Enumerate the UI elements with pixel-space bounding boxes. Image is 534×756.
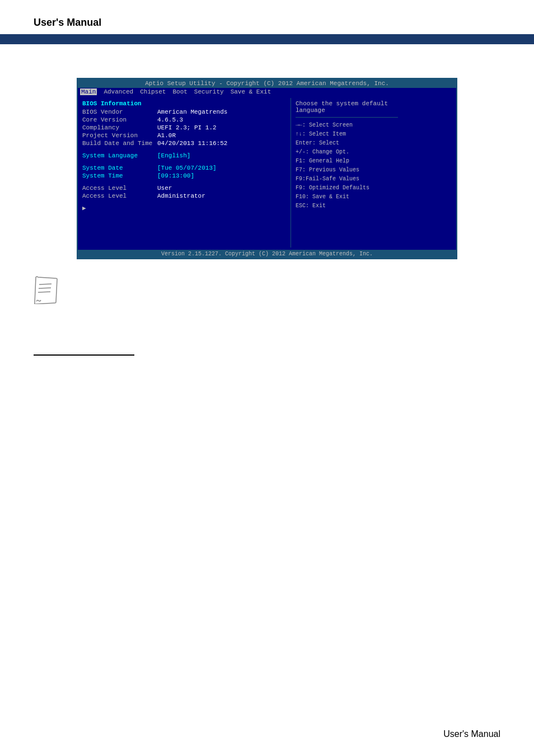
- bios-key-esc: ESC: Exit: [296, 202, 398, 211]
- bios-menu-boot[interactable]: Boot: [172, 88, 187, 95]
- bios-footer: Version 2.15.1227. Copyright (C) 2012 Am…: [78, 250, 456, 258]
- bios-access2-label: Access Level: [82, 193, 155, 199]
- bios-compliancy-label: Compliancy: [82, 124, 155, 131]
- bios-project-label: Project Version: [82, 132, 155, 139]
- bios-menu-chipset[interactable]: Chipset: [140, 88, 166, 95]
- bios-row-syslang[interactable]: System Language [English]: [82, 152, 286, 160]
- bios-menu-bar: Main Advanced Chipset Boot Security Save…: [78, 88, 456, 96]
- bottom-line: [34, 354, 134, 356]
- bios-compliancy-value: UEFI 2.3; PI 1.2: [157, 124, 217, 131]
- bios-right-panel: Choose the system default language →←: S…: [291, 98, 402, 248]
- bios-menu-save-exit[interactable]: Save & Exit: [231, 88, 271, 95]
- bios-menu-main[interactable]: Main: [80, 88, 97, 95]
- bios-systime-label: System Time: [82, 172, 155, 179]
- bios-arrow: ▶: [82, 204, 286, 212]
- note-icon: [34, 276, 62, 304]
- bios-row-systime[interactable]: System Time [09:13:00]: [82, 172, 286, 180]
- bios-project-value: A1.0R: [157, 132, 176, 139]
- bios-row-access1: Access Level User: [82, 184, 286, 192]
- bios-body: BIOS Information BIOS Vendor American Me…: [78, 96, 456, 250]
- bios-menu-advanced[interactable]: Advanced: [104, 88, 133, 95]
- bios-left-panel: BIOS Information BIOS Vendor American Me…: [78, 98, 291, 248]
- bios-menu-security[interactable]: Security: [194, 88, 224, 95]
- bios-row-builddate: Build Date and Time 04/20/2013 11:16:52: [82, 139, 286, 147]
- page-header: User's Manual: [0, 0, 534, 34]
- bios-key-select-screen: →←: Select Screen: [296, 121, 398, 130]
- content-area: Aptio Setup Utility - Copyright (C) 2012…: [0, 44, 534, 321]
- bios-section-title: BIOS Information: [82, 100, 286, 107]
- bios-row-sysdate[interactable]: System Date [Tue 05/07/2013]: [82, 164, 286, 172]
- bios-key-change-opt: +/-: Change Opt.: [296, 148, 398, 157]
- svg-line-2: [38, 292, 50, 292]
- bios-row-vendor: BIOS Vendor American Megatrends: [82, 108, 286, 116]
- bios-core-value: 4.6.5.3: [157, 116, 183, 123]
- bios-sysdate-value: [Tue 05/07/2013]: [157, 165, 217, 171]
- bios-key-f1: F1: General Help: [296, 157, 398, 166]
- bios-key-f9-failsafe: F9:Fail-Safe Values: [296, 175, 398, 184]
- bios-keys-section: →←: Select Screen ↑↓: Select Item Enter:…: [296, 117, 398, 211]
- bios-syslang-value: [English]: [157, 152, 190, 159]
- bios-key-enter: Enter: Select: [296, 139, 398, 148]
- page-footer: User's Manual: [443, 729, 500, 739]
- bios-syslang-label: System Language: [82, 152, 155, 159]
- bios-screen: Aptio Setup Utility - Copyright (C) 2012…: [77, 78, 457, 259]
- bios-key-select-item: ↑↓: Select Item: [296, 130, 398, 139]
- bios-builddate-value: 04/20/2013 11:16:52: [157, 140, 227, 147]
- bios-row-access2: Access Level Administrator: [82, 192, 286, 200]
- bios-vendor-label: BIOS Vendor: [82, 109, 155, 115]
- blue-bar: [0, 34, 534, 44]
- bios-core-label: Core Version: [82, 116, 155, 123]
- svg-line-1: [39, 288, 51, 288]
- svg-line-0: [39, 284, 51, 284]
- bios-row-compliancy: Compliancy UEFI 2.3; PI 1.2: [82, 124, 286, 132]
- bios-builddate-label: Build Date and Time: [82, 140, 155, 147]
- bios-access1-value: User: [157, 185, 172, 192]
- bios-row-project: Project Version A1.0R: [82, 132, 286, 139]
- bios-key-f10: F10: Save & Exit: [296, 193, 398, 202]
- bios-key-f9-optimized: F9: Optimized Defaults: [296, 184, 398, 193]
- bios-access1-label: Access Level: [82, 185, 155, 192]
- bios-systime-value: [09:13:00]: [157, 172, 194, 179]
- bios-title-bar: Aptio Setup Utility - Copyright (C) 2012…: [78, 79, 456, 88]
- bios-vendor-value: American Megatrends: [157, 109, 227, 115]
- bios-sysdate-label: System Date: [82, 165, 155, 171]
- bios-key-f7: F7: Previous Values: [296, 166, 398, 175]
- bios-row-core: Core Version 4.6.5.3: [82, 116, 286, 124]
- bios-help-text: Choose the system default language: [296, 100, 398, 114]
- page-title: User's Manual: [34, 17, 500, 29]
- bios-access2-value: Administrator: [157, 193, 205, 199]
